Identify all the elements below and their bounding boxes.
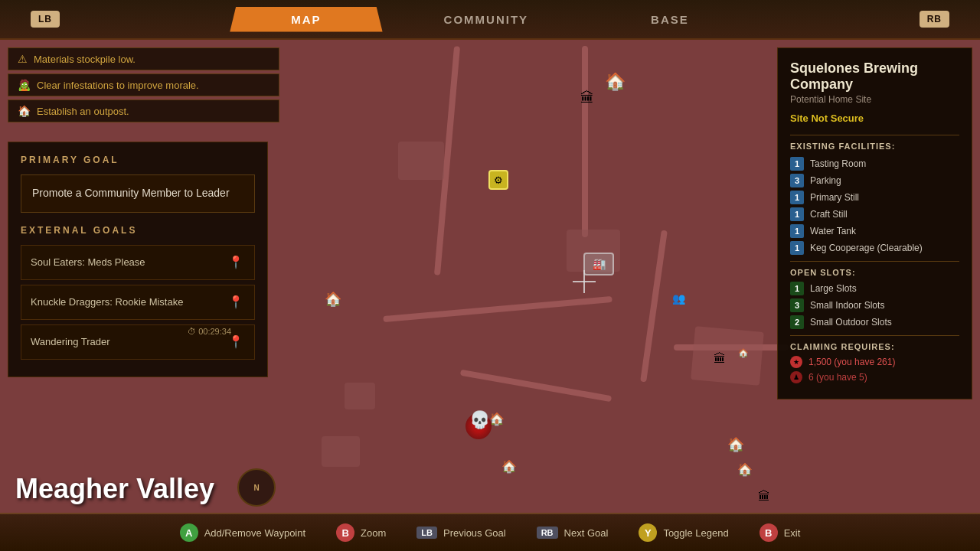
action-toggle-legend[interactable]: Y Toggle Legend: [639, 523, 728, 542]
facility-num-6: 1: [790, 241, 804, 255]
action-add-waypoint[interactable]: A Add/Remove Waypoint: [180, 523, 305, 542]
goal-wandering-trader[interactable]: ⏱ 00:29:34 Wandering Trader 📍: [21, 324, 255, 360]
goal-timer: ⏱ 00:29:34: [188, 327, 231, 336]
slot-small-indoor: 3 Small Indoor Slots: [790, 298, 959, 312]
facility-primary-still: 1 Primary Still: [790, 191, 959, 204]
action-exit[interactable]: B Exit: [760, 523, 801, 542]
primary-goal-title: PRIMARY GOAL: [21, 155, 255, 165]
external-goals-section: EXTERNAL GOALS Soul Eaters: Meds Please …: [21, 225, 255, 360]
slot-num-2: 3: [790, 298, 804, 312]
location-name: Meagher Valley: [15, 473, 214, 505]
site-type: Potential Home Site: [790, 94, 959, 105]
action-next-goal[interactable]: RB Next Goal: [537, 527, 609, 539]
divider-1: [790, 135, 959, 135]
a-button: A: [180, 523, 198, 542]
goal-knuckle-draggers[interactable]: Knuckle Draggers: Rookie Mistake 📍: [21, 285, 255, 320]
facility-num-2: 3: [790, 174, 804, 187]
slot-small-outdoor: 2 Small Outdoor Slots: [790, 315, 959, 329]
right-info-panel: Squelones Brewing Company Potential Home…: [777, 47, 972, 399]
facility-water-tank: 1 Water Tank: [790, 224, 959, 238]
slot-large: 1 Large Slots: [790, 282, 959, 295]
zombie-icon: 🧟: [18, 79, 31, 91]
resource-icon: ★: [790, 356, 802, 368]
goal-soul-eaters[interactable]: Soul Eaters: Meds Please 📍: [21, 245, 255, 280]
tab-base[interactable]: Base: [590, 7, 750, 32]
alert-infestations: 🧟 Clear infestations to improve morale.: [8, 73, 279, 96]
site-name: Squelones Brewing Company: [790, 60, 959, 93]
alert-outpost: 🏠 Establish an outpost.: [8, 99, 279, 122]
facility-num-3: 1: [790, 191, 804, 204]
y-button: Y: [639, 523, 657, 542]
facility-craft-still: 1 Craft Still: [790, 207, 959, 221]
facility-num-5: 1: [790, 224, 804, 238]
primary-goal-box: Promote a Community Member to Leader: [21, 174, 255, 213]
facility-num-4: 1: [790, 207, 804, 221]
goals-panel: PRIMARY GOAL Promote a Community Member …: [8, 142, 268, 377]
facility-num-1: 1: [790, 157, 804, 171]
mini-compass: N: [237, 468, 276, 507]
facility-keg-cooperage: 1 Keg Cooperage (Clearable): [790, 241, 959, 255]
facilities-title: EXISTING FACILITIES:: [790, 142, 959, 151]
divider-3: [790, 335, 959, 336]
waypoint-pin-2[interactable]: 📍: [227, 293, 245, 311]
action-zoom[interactable]: B Zoom: [336, 523, 386, 542]
location-label: Meagher Valley: [15, 473, 214, 505]
facility-tasting-room: 1 Tasting Room: [790, 157, 959, 171]
lb-button[interactable]: LB: [31, 11, 60, 28]
claiming-title: CLAIMING REQUIRES:: [790, 342, 959, 351]
tab-community[interactable]: Community: [383, 7, 590, 32]
green-building-icon: 🏠: [737, 462, 753, 477]
alerts-panel: ⚠ Materials stockpile low. 🧟 Clear infes…: [8, 47, 279, 126]
open-slots-title: OPEN SLOTS:: [790, 268, 959, 277]
claim-resources: ★ 1,500 (you have 261): [790, 356, 959, 368]
slot-num-3: 2: [790, 315, 804, 329]
house-icon: 🏠: [18, 105, 31, 117]
divider-2: [790, 261, 959, 262]
b-button-zoom: B: [336, 523, 354, 542]
action-previous-goal[interactable]: LB Previous Goal: [416, 527, 505, 539]
lb-btn-icon: LB: [416, 527, 437, 539]
external-goals-title: EXTERNAL GOALS: [21, 225, 255, 236]
alert-materials: ⚠ Materials stockpile low.: [8, 47, 279, 70]
rb-btn-icon: RB: [537, 527, 558, 539]
b-button-exit: B: [760, 523, 778, 542]
top-navigation: LB Map Community Base RB: [0, 0, 980, 40]
claim-people: ♟ 6 (you have 5): [790, 371, 959, 383]
bottom-action-bar: A Add/Remove Waypoint B Zoom LB Previous…: [0, 513, 980, 551]
people-icon: ♟: [790, 371, 802, 383]
waypoint-pin-1[interactable]: 📍: [227, 253, 245, 272]
slot-num-1: 1: [790, 282, 804, 295]
rb-button[interactable]: RB: [920, 11, 949, 28]
facility-parking: 3 Parking: [790, 174, 959, 187]
warning-icon: ⚠: [18, 53, 28, 65]
tab-map[interactable]: Map: [230, 7, 382, 32]
site-status: Site Not Secure: [790, 112, 959, 124]
